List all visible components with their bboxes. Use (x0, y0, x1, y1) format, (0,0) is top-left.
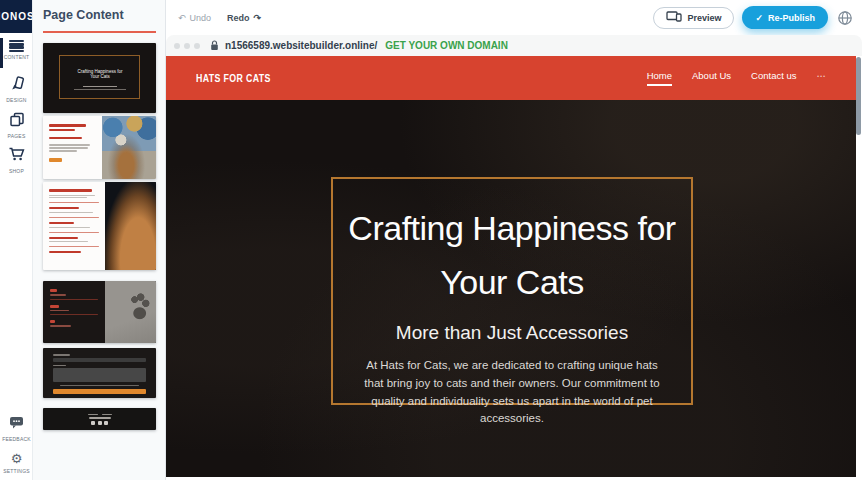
mini-hero-subtitle-bar (83, 86, 117, 88)
section-thumbnail-contact-form[interactable] (43, 348, 156, 398)
hero-title[interactable]: Crafting Happiness for Your Cats (348, 201, 675, 309)
settings-gear-icon: ⚙ (11, 452, 23, 466)
main-sidebar: IONOS CONTENT DESIGN PAGES (0, 0, 33, 480)
window-control-dots (174, 43, 200, 49)
mini-social-icons (91, 421, 108, 425)
sidebar-item-label: DESIGN (6, 97, 26, 103)
editor-main: ↶ Undo Redo ↷ Preview (166, 0, 862, 480)
hero-section[interactable]: Crafting Happiness for Your Cats More th… (166, 100, 856, 477)
panel-title-underline (43, 31, 156, 33)
language-globe-icon[interactable] (836, 9, 854, 27)
sidebar-item-shop[interactable]: SHOP (0, 146, 33, 174)
section-thumbnail-footer[interactable] (43, 408, 156, 430)
section-thumbnail-intro[interactable] (43, 116, 156, 179)
content-icon (9, 40, 24, 52)
undo-icon: ↶ (178, 13, 186, 23)
hero-bordered-box[interactable]: Crafting Happiness for Your Cats More th… (331, 177, 693, 405)
design-icon (9, 76, 25, 95)
website-builder-app: IONOS CONTENT DESIGN PAGES (0, 0, 862, 480)
page-content-panel: Page Content Crafting Happiness for Your… (33, 0, 166, 480)
lock-icon (210, 37, 219, 55)
site-header[interactable]: HATS FOR CATS Home About Us Contact us ⋯ (166, 56, 856, 100)
sidebar-item-label: SHOP (9, 168, 24, 174)
hero-subtitle[interactable]: More than Just Accessories (396, 322, 628, 344)
hero-body-text[interactable]: At Hats for Cats, we are dedicated to cr… (333, 357, 691, 428)
check-icon: ✓ (755, 13, 763, 23)
editor-toolbar: ↶ Undo Redo ↷ Preview (166, 0, 862, 35)
preview-url-bar: n1566589.websitebuilder.online/ GET YOUR… (166, 35, 862, 56)
sidebar-item-label: FEEDBACK (2, 436, 31, 442)
devices-icon (666, 11, 682, 24)
mini-hero-body-bar (74, 89, 126, 90)
nav-link-about[interactable]: About Us (692, 70, 731, 86)
site-nav: Home About Us Contact us ⋯ (647, 70, 826, 86)
undo-button[interactable]: ↶ Undo (178, 13, 211, 23)
mini-button (49, 158, 62, 163)
sidebar-item-pages[interactable]: PAGES (0, 112, 33, 139)
republish-button[interactable]: ✓ Re-Publish (742, 6, 828, 29)
preview-button[interactable]: Preview (653, 7, 734, 29)
sidebar-item-label: PAGES (8, 133, 26, 139)
sidebar-item-design[interactable]: DESIGN (0, 76, 33, 103)
site-url: n1566589.websitebuilder.online/ (225, 40, 377, 51)
mini-textarea (53, 368, 146, 382)
panel-title: Page Content (43, 8, 124, 22)
section-thumbnail-collection[interactable] (43, 182, 156, 270)
shop-cart-icon (8, 146, 25, 166)
ionos-logo: IONOS (0, 0, 32, 33)
feedback-icon (8, 415, 25, 434)
sidebar-item-feedback[interactable]: FEEDBACK (0, 415, 33, 442)
mini-hero-title: Crafting Happiness for Your Cats (60, 69, 139, 79)
nav-more-ellipsis[interactable]: ⋯ (817, 70, 827, 86)
site-canvas[interactable]: HATS FOR CATS Home About Us Contact us ⋯… (166, 56, 856, 477)
sidebar-item-settings[interactable]: ⚙ SETTINGS (0, 452, 33, 474)
nav-link-contact[interactable]: Contact us (751, 70, 796, 86)
section-thumbnail-stats[interactable] (43, 281, 156, 343)
mini-input (53, 358, 146, 362)
nav-link-home[interactable]: Home (647, 70, 672, 86)
sidebar-item-content[interactable]: CONTENT (0, 40, 33, 60)
mini-submit-button (53, 389, 146, 394)
paw-print-photo (105, 281, 156, 343)
redo-button[interactable]: Redo ↷ (227, 13, 261, 23)
sidebar-item-label: SETTINGS (3, 468, 30, 474)
street-cat-photo (102, 116, 156, 179)
pages-icon (9, 112, 25, 131)
redo-icon: ↷ (254, 13, 262, 23)
tabby-cat-photo (105, 182, 156, 270)
get-domain-link[interactable]: GET YOUR OWN DOMAIN (385, 40, 508, 51)
site-logo[interactable]: HATS FOR CATS (196, 73, 271, 84)
section-thumbnail-hero[interactable]: Crafting Happiness for Your Cats (43, 43, 156, 113)
sidebar-item-label: CONTENT (4, 54, 30, 60)
mini-hero-border: Crafting Happiness for Your Cats (59, 55, 140, 99)
canvas-scrollbar[interactable] (856, 57, 861, 135)
